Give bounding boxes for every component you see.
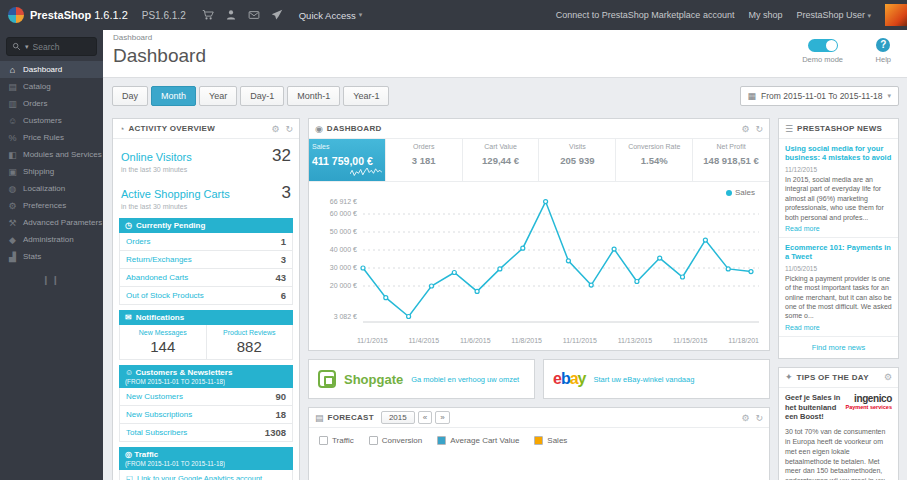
cart-icon[interactable]: [202, 9, 214, 21]
active-carts-sub: in the last 30 minutes: [113, 203, 299, 213]
marketplace-link[interactable]: Connect to PrestaShop Marketplace accoun…: [556, 10, 735, 20]
kpi-orders[interactable]: Orders3 181: [386, 139, 463, 181]
notification-new-messages[interactable]: New Messages144: [120, 325, 206, 359]
rocket-icon[interactable]: [271, 9, 283, 21]
user-menu-label: PrestaShop User: [796, 10, 865, 20]
my-shop-link[interactable]: My shop: [748, 10, 782, 20]
demo-mode-toggle[interactable]: [808, 39, 838, 52]
read-more-link[interactable]: Read more: [785, 324, 892, 331]
filter-day-1-button[interactable]: Day-1: [240, 86, 284, 106]
traffic-range: (FROM 2015-11-01 TO 2015-11-18): [125, 460, 225, 467]
customers-row-value: 90: [275, 391, 286, 402]
lightbulb-icon: ✦: [785, 372, 793, 382]
sidebar-item-preferences[interactable]: ⚙Preferences: [0, 197, 103, 214]
sidebar-item-label: Dashboard: [23, 65, 62, 74]
customers-row-label[interactable]: New Subscriptions: [126, 410, 192, 419]
date-range-picker[interactable]: ▦ From 2015-11-01 To 2015-11-18 ▾: [740, 86, 899, 106]
quick-access-menu[interactable]: Quick Access ▾: [299, 10, 363, 21]
sidebar-item-customers[interactable]: ☺Customers: [0, 112, 103, 129]
top-bar: PrestaShop 1.6.1.2 PS1.6.1.2 Quick Acces…: [0, 0, 907, 30]
kpi-net-profit[interactable]: Net Profit148 918,51 €: [693, 139, 769, 181]
forecast-prev-button[interactable]: «: [418, 411, 432, 424]
forecast-next-button[interactable]: »: [435, 411, 449, 424]
gear-icon[interactable]: ⚙: [271, 124, 279, 134]
kpi-label: Visits: [542, 143, 612, 150]
filter-year-button[interactable]: Year: [199, 86, 237, 106]
search-scope-caret-icon[interactable]: ▾: [25, 43, 29, 51]
refresh-icon[interactable]: ↻: [285, 124, 293, 134]
customers-row-label[interactable]: Total Subscribers: [126, 428, 187, 437]
find-more-news-link[interactable]: Find more news: [779, 337, 898, 358]
sidebar-item-stats[interactable]: ▟Stats: [0, 248, 103, 265]
pending-label[interactable]: Return/Exchanges: [126, 255, 192, 264]
shopgate-promo-link[interactable]: Ga mobiel en verhoog uw omzet: [411, 375, 519, 384]
filter-year-1-button[interactable]: Year-1: [343, 86, 389, 106]
message-icon[interactable]: [248, 9, 260, 21]
online-visitors-link[interactable]: Online Visitors: [121, 151, 192, 163]
search-input[interactable]: [33, 42, 91, 52]
calendar-icon: ▦: [748, 91, 757, 101]
read-more-link[interactable]: Read more: [785, 225, 892, 232]
customer-icon[interactable]: [225, 9, 237, 21]
refresh-icon[interactable]: ↻: [755, 413, 763, 423]
customers-row-label[interactable]: New Customers: [126, 392, 183, 401]
online-visitors-value: 32: [272, 146, 291, 166]
kpi-cart-value[interactable]: Cart Value129,44 €: [463, 139, 540, 181]
customers-title: Customers & Newsletters: [135, 368, 232, 377]
sales-sparkline: [350, 166, 382, 178]
news-article-title[interactable]: Using social media for your business: 4 …: [785, 144, 892, 163]
pending-label[interactable]: Abandoned Carts: [126, 273, 188, 282]
ingenico-logo-text: ingenico: [846, 393, 892, 404]
sidebar-item-dashboard[interactable]: ⌂Dashboard: [0, 61, 103, 78]
sidebar-item-advanced-parameters[interactable]: ⚒Advanced Parameters: [0, 214, 103, 231]
shop-name-menu[interactable]: PS1.6.1.2: [142, 10, 186, 21]
news-article-date: 11/12/2015: [785, 166, 892, 173]
filter-month-1-button[interactable]: Month-1: [287, 86, 340, 106]
sidebar-item-catalog[interactable]: ▤Catalog: [0, 78, 103, 95]
kpi-visits[interactable]: Visits205 939: [539, 139, 616, 181]
google-analytics-link[interactable]: ◱Link to your Google Analytics account: [119, 470, 293, 480]
admin-search[interactable]: ▾: [6, 37, 97, 56]
filter-month-button[interactable]: Month: [151, 86, 196, 106]
x-axis-label: 11/18/201: [728, 337, 759, 344]
pending-row-orders: Orders1: [119, 233, 293, 251]
gear-icon[interactable]: ⚙: [741, 413, 749, 423]
chevron-down-icon: ▾: [867, 12, 871, 19]
news-article-title[interactable]: Ecommerce 101: Payments in a Tweet: [785, 243, 892, 262]
forecast-legend-average-cart-value[interactable]: Average Cart Value: [437, 436, 519, 445]
ebay-letter: e: [553, 370, 561, 387]
kpi-sales[interactable]: Sales 411 759,00 €: [309, 139, 386, 181]
tips-of-the-day-panel: ✦ TIPS OF THE DAY ⚙ Geef je Sales in het…: [778, 367, 899, 480]
demo-mode-label: Demo mode: [802, 55, 843, 64]
ebay-promo-link[interactable]: Start uw eBay-winkel vandaag: [594, 375, 695, 384]
sidebar-item-localization[interactable]: ◍Localization: [0, 180, 103, 197]
pending-label[interactable]: Out of Stock Products: [126, 291, 204, 300]
user-menu[interactable]: PrestaShop User ▾: [796, 10, 871, 20]
gear-icon[interactable]: ⚙: [741, 124, 749, 134]
help-button[interactable]: ? Help: [876, 38, 891, 64]
activity-icon: ◔: [119, 124, 124, 134]
sidebar-item-shipping[interactable]: ▣Shipping: [0, 163, 103, 180]
sidebar-item-modules[interactable]: ◧Modules and Services: [0, 146, 103, 163]
active-carts-link[interactable]: Active Shopping Carts: [121, 188, 230, 200]
gear-icon[interactable]: ⚙: [884, 372, 892, 382]
shopgate-promo-card: Shopgate Ga mobiel en verhoog uw omzet: [308, 359, 535, 399]
sidebar-item-orders[interactable]: ▥Orders: [0, 95, 103, 112]
dashboard-icon: ⌂: [7, 65, 18, 75]
svg-text:50 000 €: 50 000 €: [330, 228, 357, 235]
avatar[interactable]: [885, 4, 907, 26]
sidebar-item-administration[interactable]: ◆Administration: [0, 231, 103, 248]
notification-product-reviews[interactable]: Product Reviews882: [206, 325, 293, 359]
forecast-legend-traffic[interactable]: Traffic: [319, 436, 354, 445]
forecast-legend-sales[interactable]: Sales: [534, 436, 567, 445]
pending-label[interactable]: Orders: [126, 237, 150, 246]
administration-icon: ◆: [7, 235, 18, 245]
sidebar-item-price-rules[interactable]: %Price Rules: [0, 129, 103, 146]
kpi-conversion-rate[interactable]: Conversion Rate1.54%: [616, 139, 693, 181]
sidebar-collapse-button[interactable]: ❙❙: [0, 275, 103, 285]
forecast-legend-conversion[interactable]: Conversion: [369, 436, 422, 445]
filter-day-button[interactable]: Day: [112, 86, 148, 106]
online-visitors-sub: in the last 30 minutes: [113, 166, 299, 176]
forecast-year-select[interactable]: 2015: [381, 411, 415, 424]
refresh-icon[interactable]: ↻: [755, 124, 763, 134]
